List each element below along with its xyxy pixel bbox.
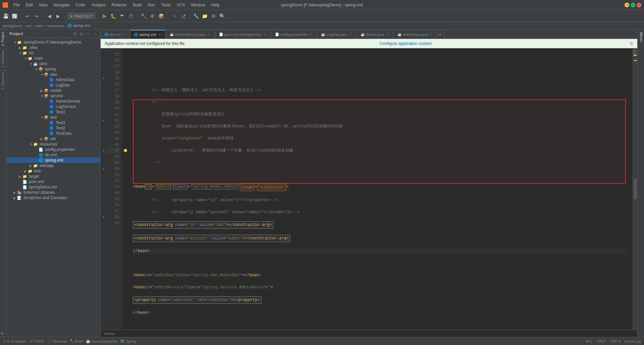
settings-button[interactable]: ⚙ xyxy=(210,12,217,20)
fold-35[interactable]: ▼ xyxy=(101,75,107,81)
menu-navigate[interactable]: Navigate xyxy=(51,2,72,8)
tab-admin-java[interactable]: ☕ Admin.java ✕ xyxy=(357,30,393,39)
tab-admindao-java[interactable]: ☕ AdminDao.java ✕ xyxy=(394,30,437,39)
open-file-button[interactable]: 📁 xyxy=(201,12,209,20)
maximize-button[interactable]: □ xyxy=(631,3,635,7)
fold-47[interactable]: ▼ xyxy=(101,148,107,154)
menu-help[interactable]: Help xyxy=(209,2,222,8)
tree-item-db-xml[interactable]: 🌐 db.xml xyxy=(7,152,100,158)
tree-item-main[interactable]: ▼ 📁 main xyxy=(7,56,100,61)
minimize-button[interactable]: — xyxy=(625,3,629,7)
git2-button[interactable]: ⎇ xyxy=(179,12,187,20)
tree-item-test-folder[interactable]: ▼ 📦 test xyxy=(7,115,100,120)
menu-edit[interactable]: Edit xyxy=(23,2,36,8)
tree-item-scratches[interactable]: ▶ 📝 Scratches and Consoles xyxy=(7,195,100,200)
run-config-selector[interactable]: ▶ Test2 (1) ▾ xyxy=(67,13,95,19)
tab-adminservice-java[interactable]: ☕ AdminService.java ✕ xyxy=(166,30,215,39)
tree-item-springdemo[interactable]: ▼ 📁 springDemo F:\idea\springDemo xyxy=(7,40,100,45)
tree-item-util[interactable]: ▶ 📦 util xyxy=(7,136,100,141)
build-button[interactable]: 🔨 xyxy=(140,12,148,20)
tree-item-logdao[interactable]: 🔵 LogDao xyxy=(7,82,100,88)
breadcrumb-resources[interactable]: resources xyxy=(47,24,63,28)
status-terminal[interactable]: ⬛ Terminal xyxy=(47,339,67,343)
notification-settings-icon[interactable]: ⚙ xyxy=(630,41,633,46)
tree-item-test1[interactable]: 🔵 Test1 xyxy=(7,120,100,125)
tab-maven[interactable]: Maven xyxy=(638,30,644,45)
tree-item-spring-xml[interactable]: 🌐 spring.xml xyxy=(7,158,100,163)
configure-link[interactable]: Configure application context xyxy=(380,41,432,46)
menu-window[interactable]: Window xyxy=(188,2,208,8)
build-all-button[interactable]: 📦 xyxy=(158,12,165,20)
menu-build[interactable]: Build xyxy=(130,2,145,8)
vertical-scrollbar[interactable]: ⚠ 11 xyxy=(633,48,637,330)
status-todo[interactable]: ☑ TODO xyxy=(30,339,45,343)
tree-item-test2[interactable]: 🔵 Test2 xyxy=(7,125,100,131)
search-everywhere-button[interactable]: 🔍 xyxy=(219,12,226,20)
build-project-button[interactable]: ⚙ xyxy=(149,12,156,20)
tree-item-admindao[interactable]: 🔵 AdminDao xyxy=(7,77,100,82)
menu-file[interactable]: File xyxy=(11,2,22,8)
tab-db-xml[interactable]: 🌐 db.xml ✕ xyxy=(101,30,129,39)
menu-code[interactable]: Code xyxy=(73,2,88,8)
save-all-button[interactable]: 💾 xyxy=(2,12,9,20)
tree-item-logservice[interactable]: 🔵 LogService xyxy=(7,104,100,109)
tree-item-model[interactable]: ▶ 📦 model xyxy=(7,88,100,93)
project-scope-icon[interactable]: ◎ xyxy=(79,31,84,37)
close-button[interactable]: ✕ xyxy=(637,3,641,7)
tree-item-service[interactable]: ▼ 📦 service xyxy=(7,93,100,99)
git-button[interactable]: ⑂ xyxy=(171,12,178,20)
tab-persistence[interactable]: ⊞ xyxy=(0,330,6,337)
tree-item-dao[interactable]: ▼ 📦 dao xyxy=(7,72,100,77)
tree-item-external-libs[interactable]: ▶ 📚 External Libraries xyxy=(7,190,100,195)
tree-item-src-test[interactable]: ▶ 📁 test xyxy=(7,168,100,174)
tree-item-target[interactable]: ▶ 📁 target xyxy=(7,174,100,179)
tree-item-src[interactable]: ▼ 📁 src xyxy=(7,50,100,56)
breadcrumb-current-file[interactable]: 🌐 spring.xml xyxy=(67,23,90,28)
tree-item-webapp[interactable]: ▶ 📁 webapp xyxy=(7,163,100,168)
undo-button[interactable]: ↩ xyxy=(24,12,31,20)
tab-z-structure[interactable]: Z: Structure xyxy=(0,70,6,92)
tree-item-textdata[interactable]: 🔵 TextData xyxy=(7,131,100,136)
forward-button[interactable]: ▶ xyxy=(54,12,62,20)
tree-item-java[interactable]: ▼ ☕ java xyxy=(7,61,100,66)
debug-breakpoint-dot[interactable] xyxy=(124,149,127,152)
tree-item-adminservice[interactable]: 🔵 AdminService xyxy=(7,99,100,104)
tab-pom-xml[interactable]: 📄 pom.xml (springDemo) ✕ xyxy=(215,30,271,39)
menu-run[interactable]: Run xyxy=(145,2,158,8)
line-ending[interactable]: CRLF xyxy=(597,339,606,343)
sync-button[interactable]: 🔄 xyxy=(11,12,18,20)
project-settings-icon[interactable]: ⚙ xyxy=(72,31,77,37)
status-problems[interactable]: ⚠ 6: Problems xyxy=(3,339,27,343)
menu-refactor[interactable]: Refactor xyxy=(109,2,129,8)
external-tools-button[interactable]: 🔧 xyxy=(193,12,200,20)
status-spring[interactable]: 🌿 Spring xyxy=(120,339,137,343)
tree-item-spring[interactable]: ▼ 📦 spring xyxy=(7,66,100,72)
tab-spring-xml[interactable]: 🌐 spring.xml ✕ xyxy=(130,30,165,39)
project-collapse-icon[interactable]: — xyxy=(86,31,91,37)
event-log[interactable]: Event Log xyxy=(625,339,641,343)
coverage-button[interactable]: ☂ xyxy=(118,12,126,20)
tree-item-iml[interactable]: 📄 springDemo.iml xyxy=(7,184,100,190)
tree-item-resources[interactable]: ▼ 📁 resources xyxy=(7,141,100,147)
tree-item-idea[interactable]: ▶ 📁 .idea xyxy=(7,45,100,50)
fold-50[interactable]: ▼ xyxy=(101,166,107,172)
scrollbar-thumb[interactable] xyxy=(634,179,637,199)
tree-item-test2-service[interactable]: 🔵 Test2 xyxy=(7,109,100,115)
breadcrumb-project[interactable]: springDemo xyxy=(3,24,22,28)
menu-tools[interactable]: Tools xyxy=(159,2,173,8)
tree-item-pom-xml[interactable]: 📄 pom.xml xyxy=(7,179,100,184)
status-java-enterprise[interactable]: ☕ Java Enterprise xyxy=(86,339,117,343)
tab-config-properties[interactable]: 📄 config.properties ✕ xyxy=(271,30,317,39)
debug-button[interactable]: 🐛 xyxy=(110,12,117,20)
status-build[interactable]: 🔨 Build xyxy=(69,339,83,343)
tab-1-project[interactable]: 1: Project xyxy=(0,30,6,48)
fold-42[interactable]: ▼ xyxy=(101,117,107,123)
code-editor[interactable]: <!--依赖注入，属性注入，set方法注入，构造方法注入--> <!-- 把需要… xyxy=(129,48,633,330)
profile-button[interactable]: ⏱ xyxy=(127,12,135,20)
run-button[interactable]: ▶ xyxy=(101,12,108,20)
project-gear-icon[interactable]: ⋮ xyxy=(92,31,98,37)
tab-2-favorites[interactable]: 2: Favorites xyxy=(0,48,6,70)
tab-logdao-java[interactable]: ☕ LogDao.java ✕ xyxy=(317,30,356,39)
fold-58[interactable]: ▼ xyxy=(101,214,107,220)
menu-view[interactable]: View xyxy=(36,2,50,8)
